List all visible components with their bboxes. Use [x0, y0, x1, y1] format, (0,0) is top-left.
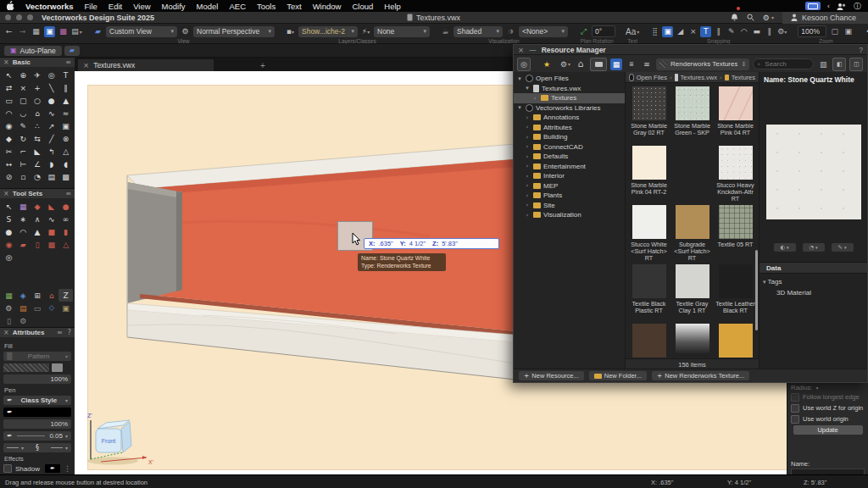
- tree-item[interactable]: › MEP: [514, 181, 625, 191]
- snapping-button[interactable]: ✎: [726, 26, 737, 37]
- favorites-star-icon[interactable]: ★: [541, 58, 553, 70]
- workspace-button[interactable]: ▦: [2, 289, 16, 302]
- pen-color-swatch[interactable]: ✒: [3, 408, 71, 417]
- fill-foreground-swatch[interactable]: [3, 363, 49, 372]
- snapping-button[interactable]: ×: [687, 26, 698, 37]
- classes-icon[interactable]: ⚡▾: [360, 26, 371, 37]
- snapping-button[interactable]: T: [700, 26, 711, 37]
- tree-item[interactable]: ▾ Textures.vwx: [514, 84, 625, 94]
- tool-button[interactable]: ◔: [31, 170, 45, 183]
- render-style-select[interactable]: <None>▾: [519, 26, 568, 37]
- expander-icon[interactable]: ›: [524, 182, 531, 189]
- tool-button[interactable]: ✈: [31, 69, 45, 81]
- texture-item[interactable]: Stone Marble Pink 04 RT-2: [627, 146, 670, 205]
- expander-icon[interactable]: ▾: [516, 75, 523, 82]
- back-button[interactable]: ←: [3, 26, 14, 37]
- render-settings-icon[interactable]: ◑: [505, 26, 516, 37]
- snapping-button[interactable]: ∥: [713, 26, 724, 37]
- tree-item[interactable]: › Interior: [514, 171, 625, 181]
- tool-button[interactable]: ◠: [2, 107, 16, 119]
- texture-item[interactable]: [670, 146, 714, 205]
- new-resource-button[interactable]: +New Resource...: [519, 371, 584, 380]
- tree-item[interactable]: ▾ Open Files: [514, 74, 625, 84]
- view-options-icon[interactable]: ▤▾: [71, 26, 82, 37]
- tool-button[interactable]: ⇆: [31, 132, 45, 145]
- tool-button[interactable]: ≈: [58, 107, 73, 119]
- grid-view-button[interactable]: ▦: [610, 58, 622, 70]
- preview-lighting-button[interactable]: ◔▾: [803, 243, 825, 252]
- follow-longest-edge-checkbox[interactable]: [791, 393, 799, 402]
- shadow-options-icon[interactable]: ⋮: [64, 464, 71, 473]
- tree-item[interactable]: › Visualization: [514, 210, 625, 220]
- expander-icon[interactable]: ›: [524, 173, 531, 180]
- tool-set-button[interactable]: ◉: [2, 238, 16, 251]
- tree-item[interactable]: › Attributes: [514, 123, 625, 133]
- line-style-control[interactable]: ▾ § ▾: [3, 443, 71, 452]
- expander-icon[interactable]: ›: [531, 95, 538, 102]
- tree-item[interactable]: › Building: [514, 132, 625, 142]
- breadcrumb-folder[interactable]: Textures: [732, 74, 755, 81]
- expander-icon[interactable]: ›: [524, 134, 531, 141]
- list-view-button[interactable]: ≣: [626, 58, 637, 70]
- tool-button[interactable]: ⇄: [2, 81, 16, 94]
- layers-select[interactable]: Show...iche-2▾: [298, 26, 358, 37]
- tool-button[interactable]: ⊗: [58, 132, 73, 145]
- close-palette-icon[interactable]: ×: [3, 190, 9, 197]
- tool-button[interactable]: ✂: [2, 145, 16, 158]
- tree-item[interactable]: ▾ Vectorworks Libraries: [514, 103, 625, 114]
- classes-select[interactable]: None▾: [374, 26, 430, 37]
- tool-button[interactable]: ⌂: [31, 107, 45, 119]
- workspace-button[interactable]: ⬦: [44, 302, 58, 314]
- texture-item[interactable]: Stone Marble Pink 04 RT: [714, 86, 757, 146]
- apple-menu-icon[interactable]: [7, 1, 14, 12]
- tool-button[interactable]: ⊢: [16, 158, 31, 170]
- tool-button[interactable]: ▤: [44, 170, 58, 183]
- x-coordinate-value[interactable]: .635": [379, 240, 393, 247]
- expander-icon[interactable]: ›: [524, 114, 531, 121]
- settings-gear-dropdown[interactable]: ⚙▾: [763, 14, 774, 22]
- tags-header[interactable]: ▾ Tags: [763, 278, 864, 286]
- tree-item[interactable]: › Entertainment: [514, 162, 625, 172]
- preview-background-button[interactable]: ✎▾: [832, 243, 854, 252]
- fit-page-icon[interactable]: ▣: [843, 26, 854, 37]
- toggle-detail-pane-button[interactable]: ◫: [849, 58, 863, 71]
- shadow-color-button[interactable]: ✒: [45, 464, 60, 473]
- pen-style-select[interactable]: ✒ Class Style ▾: [3, 396, 71, 405]
- minimize-window-button[interactable]: [16, 14, 22, 20]
- close-palette-icon[interactable]: ×: [3, 58, 9, 66]
- tool-sets-palette-header[interactable]: × Tool Sets ≡: [0, 189, 75, 198]
- tool-button[interactable]: ●: [44, 94, 58, 107]
- menu-item[interactable]: Modify: [162, 2, 186, 11]
- screen-sharing-icon[interactable]: [805, 2, 821, 10]
- update-button[interactable]: Update: [793, 425, 863, 435]
- column-options-icon[interactable]: ▥: [817, 58, 829, 70]
- saved-views-icon[interactable]: ▦: [31, 26, 42, 37]
- expander-icon[interactable]: ›: [524, 153, 531, 160]
- render-teapot-icon[interactable]: ☕: [440, 26, 451, 37]
- chevron-left-icon[interactable]: ‹: [827, 3, 830, 10]
- menu-item[interactable]: Text: [287, 2, 301, 11]
- expander-icon[interactable]: ›: [524, 192, 531, 199]
- workspace-button[interactable]: ⚙: [2, 302, 16, 314]
- expander-icon[interactable]: ›: [524, 202, 531, 208]
- tool-button[interactable]: ⌐: [16, 145, 31, 158]
- tool-set-button[interactable]: ∧: [31, 213, 45, 225]
- detail-view-button[interactable]: ≡: [641, 58, 653, 70]
- home-libraries-button[interactable]: ◎: [517, 58, 531, 71]
- texture-item[interactable]: Textile Leather Black RT: [714, 264, 757, 324]
- tool-button[interactable]: ×: [16, 81, 31, 94]
- tool-button[interactable]: ◣: [31, 145, 45, 158]
- shadow-checkbox[interactable]: [3, 464, 12, 473]
- tool-set-button[interactable]: ↖: [2, 200, 16, 213]
- resource-manager-title-bar[interactable]: × — Resource Manager ?: [514, 45, 867, 55]
- texture-item[interactable]: Textile Black Plastic RT: [627, 264, 670, 324]
- collapse-window-icon[interactable]: —: [529, 46, 537, 54]
- active-layer-icon[interactable]: ▣: [44, 26, 55, 37]
- workspace-button[interactable]: ◈: [16, 289, 31, 302]
- zoom-field[interactable]: 100%: [798, 25, 826, 37]
- tool-set-button[interactable]: ◠: [16, 225, 31, 238]
- breadcrumb-file[interactable]: Textures.vwx: [681, 74, 717, 81]
- menu-item[interactable]: Edit: [108, 2, 122, 11]
- tool-button[interactable]: ∴: [31, 119, 45, 132]
- new-folder-button[interactable]: New Folder...: [589, 371, 647, 380]
